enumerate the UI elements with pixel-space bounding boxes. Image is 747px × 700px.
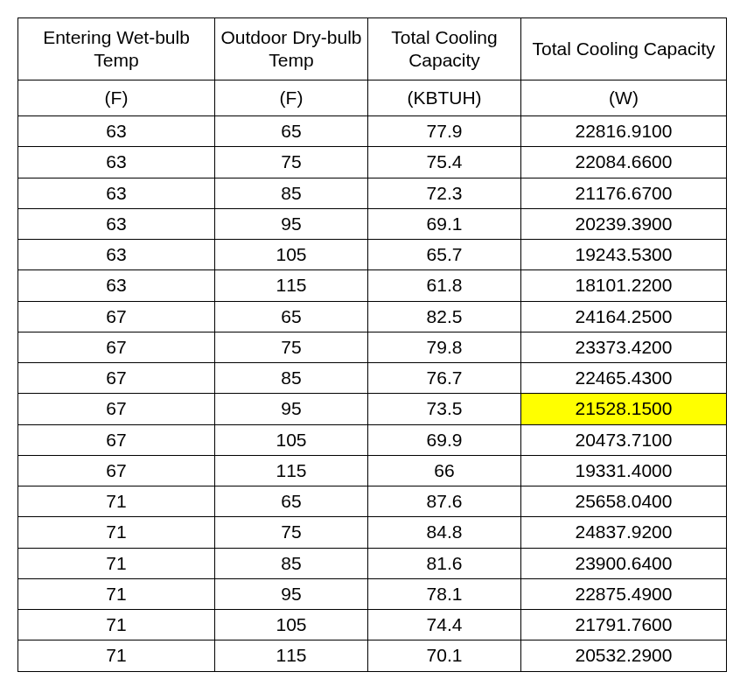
- table-cell: 71: [18, 640, 215, 671]
- table-row: 636577.922816.9100: [18, 116, 727, 147]
- table-cell: 23900.6400: [521, 548, 727, 578]
- col-unit-watts: (W): [521, 80, 727, 116]
- table-cell: 77.9: [368, 116, 521, 147]
- table-row: 6710569.920473.7100: [18, 424, 727, 455]
- table-cell: 105: [215, 240, 368, 270]
- table-row: 678576.722465.4300: [18, 363, 727, 394]
- col-header-watts: Total Cooling Capacity: [521, 18, 727, 80]
- table-row: 671156619331.4000: [18, 455, 727, 486]
- table-row: 7110574.421791.7600: [18, 610, 727, 640]
- col-unit-ewb: (F): [18, 80, 215, 116]
- table-row: 6310565.719243.5300: [18, 240, 727, 270]
- table-cell: 63: [18, 147, 215, 178]
- table-cell: 65: [215, 116, 368, 147]
- table-cell: 75.4: [368, 147, 521, 178]
- table-cell: 85: [215, 548, 368, 578]
- table-cell: 75: [215, 517, 368, 548]
- table-cell: 65: [215, 301, 368, 332]
- table-cell: 18101.2200: [521, 270, 727, 301]
- table-row: 638572.321176.6700: [18, 178, 727, 208]
- table-cell: 67: [18, 455, 215, 486]
- table-row: 676582.524164.2500: [18, 301, 727, 332]
- col-header-ewb: Entering Wet-bulb Temp: [18, 18, 215, 80]
- table-cell: 69.1: [368, 208, 521, 239]
- table-row: 7111570.120532.2900: [18, 640, 727, 671]
- table-cell: 23373.4200: [521, 332, 727, 362]
- table-cell: 115: [215, 270, 368, 301]
- table-cell: 63: [18, 116, 215, 147]
- table-cell: 19331.4000: [521, 455, 727, 486]
- table-cell: 65.7: [368, 240, 521, 270]
- table-cell: 73.5: [368, 394, 521, 424]
- table-cell: 72.3: [368, 178, 521, 208]
- table-cell: 67: [18, 363, 215, 394]
- col-unit-odb: (F): [215, 80, 368, 116]
- table-cell: 22875.4900: [521, 578, 727, 609]
- table-cell: 79.8: [368, 332, 521, 362]
- table-cell: 24837.9200: [521, 517, 727, 548]
- table-cell: 71: [18, 517, 215, 548]
- table-cell: 105: [215, 424, 368, 455]
- table-cell: 22816.9100: [521, 116, 727, 147]
- table-cell: 63: [18, 270, 215, 301]
- table-cell: 70.1: [368, 640, 521, 671]
- table-cell: 71: [18, 486, 215, 517]
- table-cell: 75: [215, 332, 368, 362]
- table-row: 717584.824837.9200: [18, 517, 727, 548]
- table-cell: 78.1: [368, 578, 521, 609]
- table-row: 718581.623900.6400: [18, 548, 727, 578]
- table-cell: 95: [215, 208, 368, 239]
- table-cell: 20239.3900: [521, 208, 727, 239]
- table-cell: 85: [215, 178, 368, 208]
- table-cell: 105: [215, 610, 368, 640]
- col-unit-kbtuh: (KBTUH): [368, 80, 521, 116]
- table-cell: 22084.6600: [521, 147, 727, 178]
- table-cell: 61.8: [368, 270, 521, 301]
- table-cell: 84.8: [368, 517, 521, 548]
- table-cell: 67: [18, 394, 215, 424]
- table-row: 716587.625658.0400: [18, 486, 727, 517]
- table-row: 637575.422084.6600: [18, 147, 727, 178]
- table-cell: 74.4: [368, 610, 521, 640]
- col-header-kbtuh: Total Cooling Capacity: [368, 18, 521, 80]
- table-cell: 65: [215, 486, 368, 517]
- table-cell: 76.7: [368, 363, 521, 394]
- table-cell: 20473.7100: [521, 424, 727, 455]
- table-cell: 82.5: [368, 301, 521, 332]
- table-row: 679573.521528.1500: [18, 394, 727, 424]
- table-cell: 24164.2500: [521, 301, 727, 332]
- table-cell: 75: [215, 147, 368, 178]
- table-cell: 21176.6700: [521, 178, 727, 208]
- table-row: 639569.120239.3900: [18, 208, 727, 239]
- table-cell: 19243.5300: [521, 240, 727, 270]
- table-cell: 25658.0400: [521, 486, 727, 517]
- table-header: Entering Wet-bulb Temp Outdoor Dry-bulb …: [18, 18, 727, 116]
- table-cell: 66: [368, 455, 521, 486]
- table-cell: 87.6: [368, 486, 521, 517]
- col-header-odb: Outdoor Dry-bulb Temp: [215, 18, 368, 80]
- table-cell: 71: [18, 548, 215, 578]
- table-cell: 85: [215, 363, 368, 394]
- table-cell: 21528.1500: [521, 394, 727, 424]
- table-cell: 67: [18, 332, 215, 362]
- cooling-capacity-table: Entering Wet-bulb Temp Outdoor Dry-bulb …: [17, 18, 727, 672]
- table-cell: 95: [215, 578, 368, 609]
- table-cell: 63: [18, 208, 215, 239]
- table-cell: 95: [215, 394, 368, 424]
- table-body: 636577.922816.9100637575.422084.66006385…: [18, 116, 727, 672]
- table-cell: 21791.7600: [521, 610, 727, 640]
- table-cell: 20532.2900: [521, 640, 727, 671]
- table-cell: 81.6: [368, 548, 521, 578]
- table-cell: 115: [215, 455, 368, 486]
- table-cell: 71: [18, 610, 215, 640]
- table-cell: 67: [18, 424, 215, 455]
- table-cell: 63: [18, 240, 215, 270]
- table-row: 719578.122875.4900: [18, 578, 727, 609]
- table-row: 677579.823373.4200: [18, 332, 727, 362]
- table-cell: 115: [215, 640, 368, 671]
- table-cell: 63: [18, 178, 215, 208]
- table-cell: 22465.4300: [521, 363, 727, 394]
- table-row: 6311561.818101.2200: [18, 270, 727, 301]
- table-cell: 67: [18, 301, 215, 332]
- table-cell: 69.9: [368, 424, 521, 455]
